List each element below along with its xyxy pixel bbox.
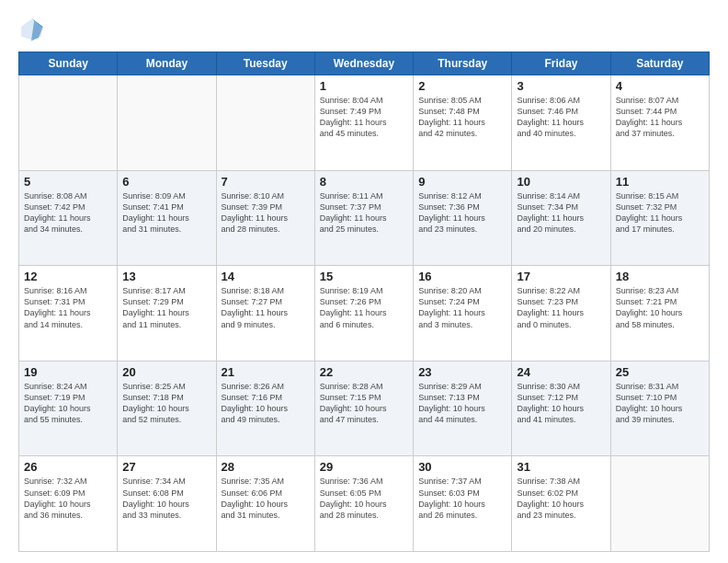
day-info: Sunrise: 7:32 AM Sunset: 6:09 PM Dayligh… xyxy=(24,476,112,521)
day-info: Sunrise: 8:30 AM Sunset: 7:12 PM Dayligh… xyxy=(517,381,605,426)
day-info: Sunrise: 8:15 AM Sunset: 7:32 PM Dayligh… xyxy=(616,190,704,236)
day-info: Sunrise: 7:34 AM Sunset: 6:08 PM Dayligh… xyxy=(122,476,210,521)
calendar-cell: 19Sunrise: 8:24 AM Sunset: 7:19 PM Dayli… xyxy=(19,361,118,456)
calendar-cell: 17Sunrise: 8:22 AM Sunset: 7:23 PM Dayli… xyxy=(512,266,610,362)
calendar-cell: 10Sunrise: 8:14 AM Sunset: 7:34 PM Dayli… xyxy=(512,170,610,266)
calendar-cell: 29Sunrise: 7:36 AM Sunset: 6:05 PM Dayli… xyxy=(314,456,413,552)
calendar-cell: 11Sunrise: 8:15 AM Sunset: 7:32 PM Dayli… xyxy=(610,170,709,266)
day-info: Sunrise: 8:29 AM Sunset: 7:13 PM Dayligh… xyxy=(418,381,506,426)
day-number: 24 xyxy=(517,365,605,379)
day-number: 19 xyxy=(24,365,112,379)
calendar-cell: 2Sunrise: 8:05 AM Sunset: 7:48 PM Daylig… xyxy=(414,75,512,171)
day-info: Sunrise: 7:38 AM Sunset: 6:02 PM Dayligh… xyxy=(517,476,605,521)
day-number: 7 xyxy=(222,175,310,189)
weekday-header-saturday: Saturday xyxy=(610,52,709,75)
day-info: Sunrise: 8:14 AM Sunset: 7:34 PM Dayligh… xyxy=(517,190,605,236)
weekday-header-friday: Friday xyxy=(512,52,610,75)
calendar-cell: 3Sunrise: 8:06 AM Sunset: 7:46 PM Daylig… xyxy=(512,75,610,171)
day-number: 28 xyxy=(222,460,310,474)
calendar-cell: 12Sunrise: 8:16 AM Sunset: 7:31 PM Dayli… xyxy=(19,266,118,362)
calendar-cell: 20Sunrise: 8:25 AM Sunset: 7:18 PM Dayli… xyxy=(118,361,216,456)
calendar-week-2: 5Sunrise: 8:08 AM Sunset: 7:42 PM Daylig… xyxy=(19,170,710,266)
calendar-week-3: 12Sunrise: 8:16 AM Sunset: 7:31 PM Dayli… xyxy=(19,266,710,362)
weekday-header-thursday: Thursday xyxy=(414,52,512,75)
calendar-cell: 4Sunrise: 8:07 AM Sunset: 7:44 PM Daylig… xyxy=(610,75,709,171)
calendar-cell: 24Sunrise: 8:30 AM Sunset: 7:12 PM Dayli… xyxy=(512,361,610,456)
calendar-cell: 18Sunrise: 8:23 AM Sunset: 7:21 PM Dayli… xyxy=(610,266,709,362)
day-number: 1 xyxy=(320,79,408,93)
day-number: 13 xyxy=(122,270,210,283)
day-number: 20 xyxy=(122,365,210,379)
calendar-week-1: 1Sunrise: 8:04 AM Sunset: 7:49 PM Daylig… xyxy=(19,75,710,171)
day-info: Sunrise: 8:23 AM Sunset: 7:21 PM Dayligh… xyxy=(616,285,704,330)
calendar-cell: 14Sunrise: 8:18 AM Sunset: 7:27 PM Dayli… xyxy=(216,266,314,362)
day-info: Sunrise: 8:26 AM Sunset: 7:16 PM Dayligh… xyxy=(222,381,310,426)
day-info: Sunrise: 8:11 AM Sunset: 7:37 PM Dayligh… xyxy=(320,190,408,236)
calendar-cell: 25Sunrise: 8:31 AM Sunset: 7:10 PM Dayli… xyxy=(610,361,709,456)
day-number: 8 xyxy=(320,175,408,189)
calendar-cell: 7Sunrise: 8:10 AM Sunset: 7:39 PM Daylig… xyxy=(216,170,314,266)
day-number: 15 xyxy=(320,270,408,283)
weekday-header-monday: Monday xyxy=(118,52,216,75)
calendar-cell xyxy=(19,75,118,171)
calendar-cell: 8Sunrise: 8:11 AM Sunset: 7:37 PM Daylig… xyxy=(314,170,413,266)
weekday-header-tuesday: Tuesday xyxy=(216,52,314,75)
day-number: 12 xyxy=(24,270,112,283)
day-info: Sunrise: 8:31 AM Sunset: 7:10 PM Dayligh… xyxy=(616,381,704,426)
calendar-cell: 1Sunrise: 8:04 AM Sunset: 7:49 PM Daylig… xyxy=(314,75,413,171)
weekday-header-row: SundayMondayTuesdayWednesdayThursdayFrid… xyxy=(19,52,710,75)
day-number: 26 xyxy=(24,460,112,474)
calendar-cell xyxy=(216,75,314,171)
calendar-cell: 23Sunrise: 8:29 AM Sunset: 7:13 PM Dayli… xyxy=(414,361,512,456)
day-info: Sunrise: 8:07 AM Sunset: 7:44 PM Dayligh… xyxy=(616,95,704,140)
day-info: Sunrise: 8:10 AM Sunset: 7:39 PM Dayligh… xyxy=(222,190,310,236)
day-info: Sunrise: 8:25 AM Sunset: 7:18 PM Dayligh… xyxy=(122,381,210,426)
day-info: Sunrise: 8:28 AM Sunset: 7:15 PM Dayligh… xyxy=(320,381,408,426)
calendar-cell: 30Sunrise: 7:37 AM Sunset: 6:03 PM Dayli… xyxy=(414,456,512,552)
calendar-cell xyxy=(118,75,216,171)
calendar-cell xyxy=(610,456,709,552)
day-info: Sunrise: 8:16 AM Sunset: 7:31 PM Dayligh… xyxy=(24,285,112,330)
day-info: Sunrise: 7:37 AM Sunset: 6:03 PM Dayligh… xyxy=(418,476,506,521)
day-info: Sunrise: 8:08 AM Sunset: 7:42 PM Dayligh… xyxy=(24,190,112,236)
logo-icon xyxy=(18,17,44,42)
calendar-cell: 13Sunrise: 8:17 AM Sunset: 7:29 PM Dayli… xyxy=(118,266,216,362)
day-number: 3 xyxy=(517,79,605,93)
day-number: 9 xyxy=(418,175,506,189)
day-number: 18 xyxy=(616,270,704,283)
day-number: 11 xyxy=(616,175,704,189)
day-number: 6 xyxy=(122,175,210,189)
day-info: Sunrise: 8:19 AM Sunset: 7:26 PM Dayligh… xyxy=(320,285,408,330)
calendar-cell: 28Sunrise: 7:35 AM Sunset: 6:06 PM Dayli… xyxy=(216,456,314,552)
day-number: 2 xyxy=(418,79,506,93)
day-info: Sunrise: 8:09 AM Sunset: 7:41 PM Dayligh… xyxy=(122,190,210,236)
day-info: Sunrise: 8:22 AM Sunset: 7:23 PM Dayligh… xyxy=(517,285,605,330)
day-info: Sunrise: 8:06 AM Sunset: 7:46 PM Dayligh… xyxy=(517,95,605,140)
day-number: 22 xyxy=(320,365,408,379)
day-number: 4 xyxy=(616,79,704,93)
calendar-cell: 26Sunrise: 7:32 AM Sunset: 6:09 PM Dayli… xyxy=(19,456,118,552)
logo xyxy=(18,17,48,42)
page: SundayMondayTuesdayWednesdayThursdayFrid… xyxy=(0,0,728,563)
calendar-cell: 31Sunrise: 7:38 AM Sunset: 6:02 PM Dayli… xyxy=(512,456,610,552)
day-info: Sunrise: 8:17 AM Sunset: 7:29 PM Dayligh… xyxy=(122,285,210,330)
day-number: 30 xyxy=(418,460,506,474)
calendar-cell: 9Sunrise: 8:12 AM Sunset: 7:36 PM Daylig… xyxy=(414,170,512,266)
day-number: 23 xyxy=(418,365,506,379)
day-number: 27 xyxy=(122,460,210,474)
day-info: Sunrise: 7:35 AM Sunset: 6:06 PM Dayligh… xyxy=(222,476,310,521)
calendar-cell: 16Sunrise: 8:20 AM Sunset: 7:24 PM Dayli… xyxy=(414,266,512,362)
day-number: 25 xyxy=(616,365,704,379)
day-info: Sunrise: 8:05 AM Sunset: 7:48 PM Dayligh… xyxy=(418,95,506,140)
calendar-cell: 27Sunrise: 7:34 AM Sunset: 6:08 PM Dayli… xyxy=(118,456,216,552)
calendar-table: SundayMondayTuesdayWednesdayThursdayFrid… xyxy=(18,52,710,552)
day-number: 17 xyxy=(517,270,605,283)
calendar-cell: 5Sunrise: 8:08 AM Sunset: 7:42 PM Daylig… xyxy=(19,170,118,266)
day-number: 29 xyxy=(320,460,408,474)
calendar-cell: 22Sunrise: 8:28 AM Sunset: 7:15 PM Dayli… xyxy=(314,361,413,456)
day-info: Sunrise: 8:18 AM Sunset: 7:27 PM Dayligh… xyxy=(222,285,310,330)
day-info: Sunrise: 7:36 AM Sunset: 6:05 PM Dayligh… xyxy=(320,476,408,521)
day-number: 14 xyxy=(222,270,310,283)
calendar-cell: 21Sunrise: 8:26 AM Sunset: 7:16 PM Dayli… xyxy=(216,361,314,456)
calendar-week-4: 19Sunrise: 8:24 AM Sunset: 7:19 PM Dayli… xyxy=(19,361,710,456)
